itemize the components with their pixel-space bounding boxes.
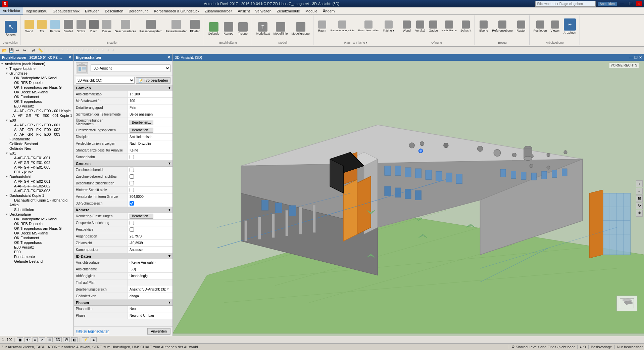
bt-worksets-btn[interactable]: W (63, 337, 69, 342)
prop-type-select[interactable]: 3D-Ansicht (91, 64, 170, 72)
prop-checkbox[interactable] (130, 201, 134, 206)
tree-item[interactable]: Fundamente (0, 137, 73, 141)
menu-zusatzmodule[interactable]: Zusatzmodule (274, 7, 303, 14)
prop-help-link[interactable]: Hilfe zu Eigenschaften (76, 330, 109, 333)
prop-checkbox[interactable] (130, 168, 134, 172)
ribbon-btn-modelllinie[interactable]: Modelllinie (272, 21, 289, 36)
ribbon-btn-stutze[interactable]: Stütze (75, 19, 87, 34)
tree-item[interactable]: ▾E01 (0, 151, 73, 156)
ribbon-btn-wand-offnung[interactable]: Wand (401, 20, 413, 33)
prop-row-value[interactable]: Bearbeiten... (128, 118, 172, 127)
tree-item[interactable]: E00 Versatz (0, 245, 73, 250)
tree-item[interactable]: OK Bodenplatte MS Kanal (0, 217, 73, 221)
tree-item[interactable]: Dachaufsicht Kopie 1 - abhängig (0, 198, 73, 203)
bt-3d-btn[interactable]: 3D (54, 337, 62, 342)
qa-btn-measure[interactable]: 📏 (37, 47, 43, 53)
tree-item[interactable]: ▾Deckenpläne (0, 212, 73, 217)
menu-architektur[interactable]: Architektur (0, 7, 23, 14)
tree-item[interactable]: A - AF - GR - FK - E00 - 001 Kopie 1 (0, 113, 73, 118)
bt-design-options-btn[interactable]: ◧ (71, 337, 78, 342)
ribbon-btn-viewer[interactable]: Viewer (549, 20, 561, 33)
tree-item[interactable]: OK Fundament (0, 235, 73, 240)
tree-item[interactable]: A - AF - GR - FK - E00 - 001 Kopie (0, 108, 73, 113)
prop-checkbox[interactable] (130, 174, 134, 179)
tree-item[interactable]: Gelände Bestand (0, 259, 73, 264)
properties-close[interactable]: ✕ (167, 55, 170, 60)
prop-section-toggle[interactable]: ▾ (168, 86, 170, 90)
menu-andern[interactable]: Ändern (320, 7, 337, 14)
ribbon-btn-fenster[interactable]: Fenster (49, 19, 62, 34)
menu-einfugen[interactable]: Einfügen (82, 7, 102, 14)
bt-analysis-btn[interactable]: ⚡ (82, 337, 89, 342)
qa-btn-save[interactable]: 💾 (8, 47, 14, 53)
ribbon-btn-raum[interactable]: Raum (316, 20, 328, 33)
ribbon-btn-schacht[interactable]: Schacht (459, 20, 473, 33)
tree-item[interactable]: A-AF-GR-FK-E01-001 (0, 156, 73, 160)
tree-item[interactable]: E01 - jkuhle (0, 170, 73, 174)
tree-item[interactable]: A - AF - GR - FK - E00 - 001 (0, 123, 73, 127)
vp-zoom-in[interactable]: + (636, 180, 643, 187)
prop-edit-btn[interactable]: Bearbeiten... (130, 128, 153, 133)
vp-rotate[interactable]: ↻ (636, 203, 643, 209)
prop-section-toggle[interactable]: ▾ (168, 300, 170, 305)
bt-hide-btn[interactable]: 👁 (24, 337, 31, 342)
vp-fit[interactable]: ⊡ (636, 195, 643, 202)
search-input[interactable] (535, 1, 596, 7)
ribbon-btn-raum-beschriften[interactable]: Raum beschriften (357, 20, 381, 33)
qa-btn-open[interactable]: 📂 (1, 47, 7, 53)
ribbon-btn-tur[interactable]: Tür (36, 19, 48, 34)
ribbon-btn-flache[interactable]: Fläche ▾ (382, 20, 396, 33)
prop-checkbox[interactable] (130, 221, 134, 225)
ribbon-btn-festlegen[interactable]: Festlegen (532, 20, 548, 33)
bt-crop-btn[interactable]: ⊞ (47, 337, 53, 342)
prop-section-header-kamera[interactable]: Kamera▾ (74, 207, 172, 213)
menu-module[interactable]: Module (303, 7, 320, 14)
ribbon-btn-anzeigen[interactable]: ☀ Anzeigen (562, 18, 578, 35)
prop-section-header-grafiken[interactable]: Grafiken▾ (74, 85, 172, 91)
qa-btn-undo[interactable]: ↩ (15, 47, 21, 53)
ribbon-btn-fassadensystem[interactable]: Fassadensystem (138, 19, 164, 34)
tree-item[interactable]: Gelände Bestand (0, 141, 73, 146)
prop-row-value[interactable] (128, 173, 172, 180)
tree-item[interactable]: ▾Dachaufsicht Kopie 1 (0, 193, 73, 198)
tree-item[interactable]: OK Treppenhaus (0, 99, 73, 104)
tree-item[interactable]: OK Treppenhaus (0, 240, 73, 245)
bt-shadows-btn[interactable]: ☀ (39, 337, 45, 342)
prop-row-value[interactable] (128, 180, 172, 186)
prop-section-header-phasen[interactable]: Phasen▾ (74, 300, 172, 306)
ribbon-btn-geschossdecke[interactable]: Geschossdecke (113, 19, 138, 34)
ribbon-btn-andern[interactable]: ↖ Ändern (3, 20, 18, 37)
prop-checkbox[interactable] (130, 227, 134, 232)
ribbon-btn-referenzebene[interactable]: Referenzebene (491, 20, 514, 33)
menu-beschriften[interactable]: Beschriften (102, 7, 126, 14)
minimize-button[interactable]: — (619, 1, 626, 6)
tree-item[interactable]: ▾E00 (0, 118, 73, 123)
prop-checkbox[interactable] (130, 181, 134, 185)
prop-row-value[interactable]: Bearbeiten... (128, 127, 172, 133)
tree-item[interactable]: E00 Versatz (0, 104, 73, 108)
tree-item[interactable]: Schnittlinien (0, 207, 73, 212)
bt-highlight-btn[interactable]: ◈ (91, 337, 97, 342)
menu-ansicht[interactable]: Ansicht (235, 7, 252, 14)
menu-korpermodell[interactable]: Körpermodell & Grundstück (151, 7, 202, 14)
prop-row-value[interactable] (128, 154, 172, 160)
ribbon-btn-fassadenraster[interactable]: Fassadenraster (164, 19, 188, 34)
prop-edit-btn[interactable]: Bearbeiten... (130, 120, 153, 125)
bt-thin-btn[interactable]: ≡ (33, 337, 38, 342)
tree-item[interactable]: OK Treppenhaus am Haus G (0, 85, 73, 90)
ribbon-btn-wand[interactable]: Wand (23, 19, 35, 34)
tree-item[interactable]: OK Bodenplatte MS Kanal (0, 76, 73, 80)
ribbon-btn-bauteil[interactable]: Bauteil (62, 19, 75, 34)
vp-zoom-out[interactable]: − (636, 188, 643, 194)
prop-section-header-grenzen[interactable]: Grenzen▾ (74, 161, 172, 167)
close-button[interactable]: ✕ (636, 1, 642, 6)
ribbon-btn-gaube[interactable]: Gaube (428, 20, 439, 33)
viewport-minimize[interactable]: — (629, 55, 633, 60)
prop-row-value[interactable]: Bearbeiten... (128, 213, 172, 219)
tree-item[interactable]: E00 (0, 250, 73, 254)
tree-item[interactable]: Fundamente (0, 254, 73, 259)
prop-section-toggle[interactable]: ▾ (168, 208, 170, 212)
tree-item[interactable]: OK RFB Doppelb. (0, 221, 73, 226)
prop-row-value[interactable] (128, 220, 172, 226)
tree-item[interactable]: A-AF-GR-FK-E02-001 (0, 179, 73, 184)
